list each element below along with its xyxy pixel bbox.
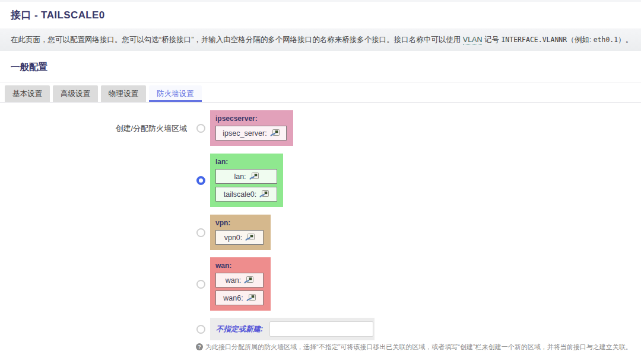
field-help-text: ? 为此接口分配所属的防火墙区域，选择“不指定”可将该接口移出已关联的区域，或者… [196,343,635,351]
map-description: 在此页面，您可以配置网络接口。您可以勾选“桥接接口”，并输入由空格分隔的多个网络… [0,28,641,51]
zone-title: ipsecserver: [215,114,288,123]
network-badge-wan6: wan6: [215,290,264,305]
zone-box-lan: lan: lan: tailscale0: [210,154,283,207]
page-header: 接口 - TAILSCALE0 [0,2,641,28]
network-label: ipsec_server: [223,129,266,138]
new-zone-input[interactable] [269,321,373,337]
network-badge-lan: lan: [215,169,277,184]
description-text-1: 在此页面，您可以配置网络接口。您可以勾选“桥接接口”，并输入由空格分隔的多个网络… [11,36,463,44]
radio-zone-lan[interactable] [196,176,205,185]
ethernet-icon [244,276,253,284]
tab-physical-settings[interactable]: 物理设置 [101,85,146,102]
zone-title: wan: [215,261,265,270]
zone-options: ipsecserver: ipsec_server: lan: lan: tai… [194,110,375,340]
network-label: lan: [234,173,246,181]
network-badge-wan: wan: [215,273,264,288]
tab-firewall-settings[interactable]: 防火墙设置 [149,85,202,102]
firewall-zone-form: 创建/分配防火墙区域 ipsecserver: ipsec_server: la… [0,103,641,364]
network-badge-tailscale0: tailscale0: [215,187,277,202]
ethernet-icon [245,234,255,241]
zone-box-vpn: vpn: vpn0: [210,215,271,250]
description-text-3: （例如: [567,36,593,44]
zone-option-ipsecserver: ipsecserver: ipsec_server: [194,110,375,146]
network-label: wan: [226,276,241,285]
radio-zone-unspecified[interactable] [196,325,205,334]
ethernet-icon [246,294,256,302]
interface-vlannr-code: INTERFACE.VLANNR [501,36,567,44]
zone-box-wan: wan: wan: wan6: [210,257,271,311]
tab-bar: 基本设置 高级设置 物理设置 防火墙设置 [0,82,641,103]
page-title: 接口 - TAILSCALE0 [11,8,105,22]
network-badge-vpn0: vpn0: [215,230,264,245]
ethernet-icon [270,129,280,137]
zone-box-ipsecserver: ipsecserver: ipsec_server: [210,110,293,146]
field-label-firewall-zone: 创建/分配防火墙区域 [0,123,187,134]
ethernet-icon [259,190,269,198]
radio-zone-vpn[interactable] [196,228,205,237]
eth-example-code: eth0.1 [594,36,618,44]
zone-option-wan: wan: wan: wan6: [194,257,375,311]
network-label: tailscale0: [224,190,257,199]
help-icon: ? [196,343,203,350]
tab-advanced-settings[interactable]: 高级设置 [53,85,98,102]
zone-title: vpn: [215,219,265,227]
network-label: vpn0: [224,234,243,242]
section-header: 一般配置 [0,51,641,82]
tab-basic-settings[interactable]: 基本设置 [5,85,50,102]
help-text: 为此接口分配所属的防火墙区域，选择“不指定”可将该接口移出已关联的区域，或者填写… [205,343,632,351]
unspecified-zone-box: 不指定或新建: [210,318,375,340]
unspecified-label: 不指定或新建: [216,324,263,334]
zone-option-vpn: vpn: vpn0: [194,215,375,250]
zone-option-unspecified: 不指定或新建: [194,318,375,340]
description-text-2: 记号 [482,36,501,44]
network-label: wan6: [223,294,243,302]
section-title: 一般配置 [11,61,630,74]
zone-option-lan: lan: lan: tailscale0: [194,154,375,207]
radio-zone-wan[interactable] [196,280,205,289]
vlan-abbr: VLAN [463,36,483,44]
ethernet-icon [249,173,259,180]
radio-zone-ipsecserver[interactable] [196,124,205,133]
description-text-4: ）。 [618,36,633,44]
network-badge-ipsec-server: ipsec_server: [215,126,287,141]
zone-title: lan: [215,158,278,166]
